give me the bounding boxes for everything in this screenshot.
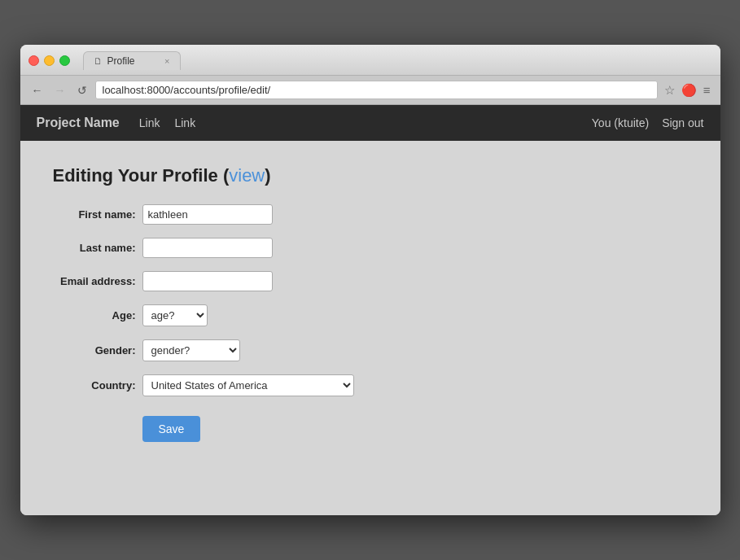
nav-bar: Project Name Link Link You (ktuite) Sign… [20, 105, 720, 141]
minimize-button[interactable] [44, 55, 55, 66]
gender-label: Gender: [53, 344, 142, 357]
age-group: Age: age? 18 19 20 21 22 25 [53, 304, 688, 326]
nav-user: You (ktuite) [592, 116, 649, 129]
email-input[interactable] [142, 271, 273, 291]
view-profile-link[interactable]: view [229, 165, 265, 186]
address-bar: ← → ↺ ☆ 🔴 ≡ [20, 76, 720, 105]
gender-select[interactable]: gender? Male Female Other [142, 339, 240, 361]
sign-out-link[interactable]: Sign out [662, 116, 703, 129]
nav-right: You (ktuite) Sign out [592, 116, 704, 129]
page-title: Editing Your Profile (view) [53, 165, 688, 186]
tab-page-icon: 🗋 [94, 56, 103, 66]
last-name-group: Last name: [53, 238, 688, 258]
menu-icon[interactable]: ≡ [702, 81, 712, 98]
browser-window: 🗋 Profile × ← → ↺ ☆ 🔴 ≡ Project Name Lin… [20, 45, 720, 515]
address-input[interactable] [95, 81, 658, 99]
maximize-button[interactable] [59, 55, 70, 66]
page-content: Editing Your Profile (view) First name: … [20, 141, 720, 515]
country-select[interactable]: United States of America Canada United K… [142, 374, 354, 396]
address-icons: ☆ 🔴 ≡ [663, 81, 712, 99]
country-group: Country: United States of America Canada… [53, 374, 688, 396]
first-name-input[interactable] [142, 204, 273, 225]
country-label: Country: [53, 379, 142, 392]
title-bar: 🗋 Profile × [20, 45, 720, 76]
star-icon[interactable]: ☆ [663, 81, 677, 99]
page-title-suffix: ) [265, 165, 270, 186]
email-label: Email address: [53, 275, 142, 287]
tab-close-icon[interactable]: × [164, 56, 169, 66]
age-label: Age: [53, 309, 142, 322]
last-name-label: Last name: [53, 242, 142, 254]
email-group: Email address: [53, 271, 688, 291]
nav-brand: Project Name [37, 116, 120, 130]
back-button[interactable]: ← [28, 82, 46, 98]
tab-label: Profile [107, 55, 135, 67]
close-button[interactable] [28, 55, 39, 66]
save-button[interactable]: Save [142, 416, 201, 442]
nav-link-2[interactable]: Link [174, 116, 195, 129]
nav-links: Link Link [139, 116, 195, 129]
tab-bar: 🗋 Profile × [83, 51, 181, 70]
page-title-prefix: Editing Your Profile ( [53, 165, 230, 186]
first-name-group: First name: [53, 204, 688, 225]
refresh-button[interactable]: ↺ [74, 82, 90, 98]
age-select[interactable]: age? 18 19 20 21 22 25 [142, 304, 208, 326]
last-name-input[interactable] [142, 238, 273, 258]
forward-button[interactable]: → [51, 82, 69, 98]
stop-icon[interactable]: 🔴 [680, 81, 698, 99]
browser-tab[interactable]: 🗋 Profile × [83, 51, 181, 70]
save-button-row: Save [53, 409, 688, 442]
nav-link-1[interactable]: Link [139, 116, 160, 129]
gender-group: Gender: gender? Male Female Other [53, 339, 688, 361]
first-name-label: First name: [53, 208, 142, 221]
window-controls [28, 55, 70, 66]
